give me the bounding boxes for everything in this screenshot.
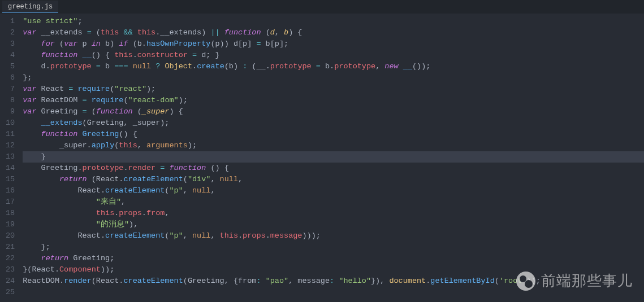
tab-greeting-js[interactable]: greeting.js (2, 1, 58, 13)
code-line[interactable]: "的消息"), (23, 219, 644, 230)
code-line[interactable]: for (var p in b) if (b.hasOwnProperty(p)… (23, 38, 644, 50)
code-editor[interactable]: 1234567891011121314151617181920212223242… (0, 14, 644, 302)
line-number: 4 (6, 50, 15, 61)
code-line[interactable]: return Greeting; (23, 253, 644, 264)
code-line[interactable]: var React = require("react"); (23, 84, 644, 95)
code-area[interactable]: "use strict";var __extends = (this && th… (23, 14, 644, 302)
line-number: 3 (6, 38, 15, 50)
line-number: 11 (6, 129, 15, 140)
line-number: 12 (6, 140, 15, 151)
line-number: 16 (6, 185, 15, 196)
tab-bar: greeting.js (0, 0, 644, 14)
line-number: 14 (6, 163, 15, 174)
watermark-text: 前端那些事儿 (541, 271, 633, 291)
line-number: 18 (6, 208, 15, 219)
code-line[interactable]: function Greeting() { (23, 129, 644, 140)
line-number: 2 (6, 27, 15, 38)
code-line[interactable]: Greeting.prototype.render = function () … (23, 163, 644, 174)
code-line[interactable]: var ReactDOM = require("react-dom"); (23, 95, 644, 106)
line-number: 24 (6, 275, 15, 287)
line-number: 1 (6, 16, 15, 27)
code-line[interactable]: var __extends = (this && this.__extends)… (23, 27, 644, 38)
line-number: 19 (6, 219, 15, 230)
code-line[interactable]: d.prototype = b === null ? Object.create… (23, 61, 644, 72)
line-number: 15 (6, 174, 15, 185)
code-line[interactable]: }; (23, 242, 644, 253)
line-number: 9 (6, 106, 15, 117)
line-number-gutter: 1234567891011121314151617181920212223242… (0, 14, 23, 302)
line-number: 7 (6, 84, 15, 95)
code-line[interactable]: function __() { this.constructor = d; } (23, 50, 644, 61)
line-number: 13 (6, 151, 15, 163)
code-line[interactable]: React.createElement("p", null, (23, 185, 644, 196)
line-number: 8 (6, 95, 15, 106)
code-line[interactable]: "use strict"; (23, 16, 644, 27)
line-number: 17 (6, 196, 15, 208)
wechat-icon (516, 272, 535, 291)
code-line[interactable]: React.createElement("p", null, this.prop… (23, 230, 644, 242)
line-number: 5 (6, 61, 15, 72)
code-line[interactable]: var Greeting = (function (_super) { (23, 106, 644, 117)
line-number: 22 (6, 253, 15, 264)
line-number: 10 (6, 117, 15, 129)
line-number: 6 (6, 72, 15, 84)
code-line[interactable]: this.props.from, (23, 208, 644, 219)
line-number: 21 (6, 242, 15, 253)
code-line[interactable]: } (23, 151, 644, 163)
code-line[interactable]: "来自", (23, 196, 644, 208)
code-line[interactable]: }; (23, 72, 644, 84)
line-number: 23 (6, 264, 15, 275)
watermark: 前端那些事儿 (516, 271, 633, 291)
line-number: 20 (6, 230, 15, 242)
line-number: 25 (6, 287, 15, 298)
code-line[interactable]: return (React.createElement("div", null, (23, 174, 644, 185)
code-line[interactable]: _super.apply(this, arguments); (23, 140, 644, 151)
code-line[interactable]: __extends(Greeting, _super); (23, 117, 644, 129)
